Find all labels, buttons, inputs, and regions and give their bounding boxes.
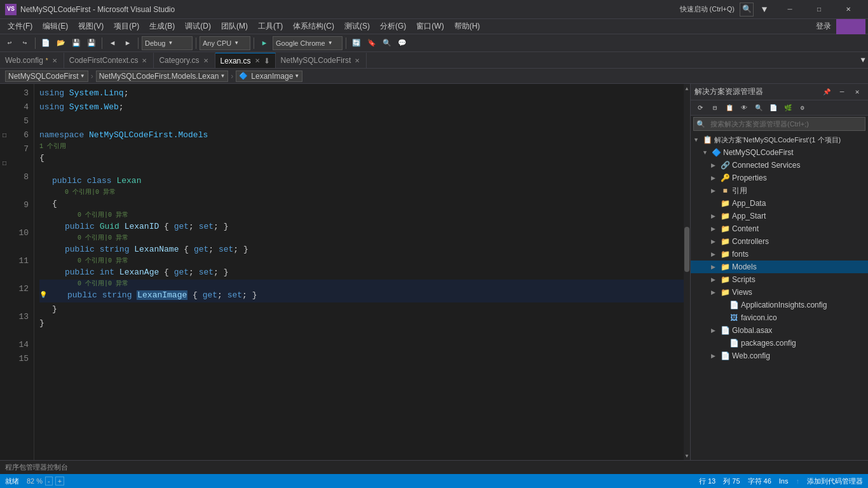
tree-web-config[interactable]: ▶ 📄 Web.config bbox=[691, 349, 868, 362]
tree-models[interactable]: ▶ 📁 Models bbox=[691, 261, 868, 273]
tab-lexan[interactable]: Lexan.cs ✕ ⬇ bbox=[215, 53, 276, 68]
menu-help[interactable]: 帮助(H) bbox=[449, 19, 485, 34]
maximize-button[interactable]: □ bbox=[804, 0, 834, 19]
se-settings-button[interactable]: ⚙ bbox=[796, 101, 810, 115]
se-collapse-button[interactable]: ⊟ bbox=[708, 101, 722, 115]
zoom-plus-button[interactable]: + bbox=[55, 477, 64, 485]
tree-packages[interactable]: 📄 packages.config bbox=[691, 337, 868, 349]
tab-web-config[interactable]: Web.config * ✕ bbox=[0, 53, 64, 68]
tree-views[interactable]: ▶ 📁 Views bbox=[691, 286, 868, 299]
zoom-minus-button[interactable]: - bbox=[45, 477, 53, 485]
tree-content[interactable]: ▶ 📁 Content bbox=[691, 222, 868, 235]
toolbar-save[interactable]: 💾 bbox=[69, 36, 83, 50]
toolbar-undo[interactable]: ↩ bbox=[3, 36, 17, 50]
tree-connected-services[interactable]: ▶ 🔗 Connected Services bbox=[691, 159, 868, 172]
code-line-10-block: 0 个引用|0 异常 public Guid LexanID { get; se… bbox=[39, 211, 685, 234]
menu-debug[interactable]: 调试(D) bbox=[180, 19, 216, 34]
toolbar-find[interactable]: 🔍 bbox=[380, 36, 394, 50]
tree-properties[interactable]: ▶ 🔑 Properties bbox=[691, 172, 868, 184]
scroll-up-button[interactable]: ▲ bbox=[684, 84, 690, 93]
se-search-input[interactable] bbox=[708, 120, 865, 128]
cpu-dropdown[interactable]: Any CPU ▼ bbox=[200, 36, 250, 50]
account-button[interactable] bbox=[836, 19, 865, 34]
menu-tools[interactable]: 工具(T) bbox=[253, 19, 288, 34]
status-ready[interactable]: 就绪 bbox=[5, 477, 19, 486]
toolbar-refresh[interactable]: 🔄 bbox=[349, 36, 363, 50]
tree-global-asax[interactable]: ▶ 📄 Global.asax bbox=[691, 324, 868, 337]
toolbar-saveall[interactable]: 💾 bbox=[85, 36, 98, 50]
toolbar-open[interactable]: 📂 bbox=[54, 36, 68, 50]
breadcrumb-project[interactable]: NetMySQLCodeFirst ▼ bbox=[5, 71, 88, 82]
tree-appinsights[interactable]: 📄 ApplicationInsights.config bbox=[691, 299, 868, 311]
se-filter-button[interactable]: 🔍 bbox=[752, 101, 766, 115]
se-header: 解决方案资源管理器 📌 ─ ✕ bbox=[691, 84, 868, 100]
tab-list-dropdown[interactable]: ▼ bbox=[858, 53, 868, 68]
zoom-level[interactable]: 82 % bbox=[27, 477, 43, 485]
menu-build[interactable]: 生成(B) bbox=[144, 19, 180, 34]
tab-netmysql[interactable]: NetMySQLCodeFirst ✕ bbox=[276, 53, 367, 68]
toolbar-back[interactable]: ◀ bbox=[105, 36, 119, 50]
tree-controllers[interactable]: ▶ 📁 Controllers bbox=[691, 235, 868, 248]
run-button[interactable]: ▶ bbox=[257, 36, 271, 50]
tree-favicon[interactable]: 🖼 favicon.ico bbox=[691, 311, 868, 324]
tree-scripts[interactable]: ▶ 📁 Scripts bbox=[691, 273, 868, 286]
toolbar-redo[interactable]: ↪ bbox=[18, 36, 32, 50]
breadcrumb-member[interactable]: 🔷 LexanImage ▼ bbox=[236, 71, 302, 82]
close-netmysql-tab[interactable]: ✕ bbox=[353, 57, 361, 64]
toolbar-bookmark[interactable]: 🔖 bbox=[365, 36, 379, 50]
se-show-all-button[interactable]: 👁 bbox=[737, 101, 751, 115]
se-search[interactable]: 🔍 bbox=[693, 117, 865, 131]
add-to-code-base[interactable]: 添加到代码管理器 bbox=[807, 477, 863, 486]
signin-button[interactable]: 登录 bbox=[811, 20, 836, 33]
minimize-button[interactable]: ─ bbox=[775, 0, 804, 19]
toolbar-new[interactable]: 📄 bbox=[39, 36, 53, 50]
close-category-tab[interactable]: ✕ bbox=[202, 57, 210, 64]
status-char[interactable]: 字符 46 bbox=[748, 477, 771, 486]
se-pin-button[interactable]: 📌 bbox=[820, 85, 834, 99]
se-minimize-button[interactable]: ─ bbox=[835, 85, 849, 99]
se-preview-button[interactable]: 📄 bbox=[766, 101, 780, 115]
solution-root[interactable]: ▼ 📋 解决方案'NetMySQLCodeFirst'(1 个项目) bbox=[691, 133, 868, 146]
menu-view[interactable]: 视图(V) bbox=[73, 19, 109, 34]
file-webconfig-icon: 📄 bbox=[720, 351, 730, 360]
status-row[interactable]: 行 13 bbox=[699, 477, 715, 486]
close-code-first-context-tab[interactable]: ✕ bbox=[140, 57, 148, 64]
menu-analyze[interactable]: 分析(G) bbox=[375, 19, 411, 34]
menu-project[interactable]: 项目(P) bbox=[109, 19, 144, 34]
tree-app-start[interactable]: ▶ 📁 App_Start bbox=[691, 210, 868, 222]
status-col[interactable]: 列 75 bbox=[723, 477, 740, 486]
se-sync-button[interactable]: ⟳ bbox=[693, 101, 707, 115]
light-bulb-icon[interactable]: 💡 bbox=[39, 288, 47, 302]
tab-code-first-context[interactable]: CodeFirstContext.cs ✕ bbox=[64, 53, 154, 68]
toolbar-forward[interactable]: ▶ bbox=[121, 36, 135, 50]
menu-edit[interactable]: 编辑(E) bbox=[37, 19, 73, 34]
code-content[interactable]: using System.Linq; using System.Web; nam… bbox=[34, 84, 690, 460]
menu-test[interactable]: 测试(S) bbox=[339, 19, 375, 34]
toolbar-comment[interactable]: 💬 bbox=[395, 36, 409, 50]
scrollbar-thumb[interactable] bbox=[684, 227, 689, 272]
menu-team[interactable]: 团队(M) bbox=[216, 19, 253, 34]
close-lexan-tab[interactable]: ✕ bbox=[254, 57, 261, 64]
tree-app-data[interactable]: 📁 App_Data bbox=[691, 197, 868, 210]
close-button[interactable]: ✕ bbox=[834, 0, 863, 19]
run-target-dropdown[interactable]: Google Chrome ▼ bbox=[273, 36, 342, 50]
debug-config-dropdown[interactable]: Debug ▼ bbox=[142, 36, 193, 50]
se-close-button[interactable]: ✕ bbox=[850, 85, 864, 99]
se-properties-button[interactable]: 📋 bbox=[722, 101, 736, 115]
menu-architecture[interactable]: 体系结构(C) bbox=[288, 19, 339, 34]
vertical-scrollbar[interactable]: ▲ ▼ bbox=[684, 84, 690, 460]
breadcrumb-namespace[interactable]: NetMySQLCodeFirst.Models.Lexan ▼ bbox=[96, 71, 229, 82]
scroll-down-button[interactable]: ▼ bbox=[684, 451, 690, 460]
status-ins[interactable]: Ins bbox=[779, 477, 789, 485]
code-line-5 bbox=[39, 114, 685, 128]
tree-fonts[interactable]: ▶ 📁 fonts bbox=[691, 248, 868, 261]
tab-category[interactable]: Category.cs ✕ bbox=[154, 53, 215, 68]
project-root[interactable]: ▼ 🔷 NetMySQLCodeFirst bbox=[691, 146, 868, 159]
editor[interactable]: □ □ 3 4 5 6 7 8 9 10 11 12 13 14 15 bbox=[0, 84, 690, 460]
se-git-button[interactable]: 🌿 bbox=[781, 101, 795, 115]
search-icon[interactable]: 🔍 bbox=[740, 3, 754, 17]
menu-window[interactable]: 窗口(W) bbox=[411, 19, 449, 34]
menu-file[interactable]: 文件(F) bbox=[3, 19, 37, 34]
close-web-config-tab[interactable]: ✕ bbox=[51, 57, 58, 64]
tree-references[interactable]: ▶ ■ 引用 bbox=[691, 184, 868, 197]
